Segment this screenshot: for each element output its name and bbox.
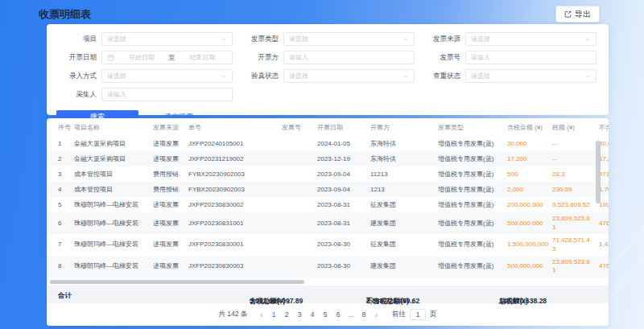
filter-select[interactable]: 请选择: [101, 69, 233, 83]
placeholder-text: 请选择: [471, 72, 582, 80]
table-cell: 28.3: [549, 167, 596, 182]
page-button-5[interactable]: 5: [320, 309, 332, 320]
placeholder-text: 请选择: [107, 35, 218, 43]
filter-label: 查重状态: [415, 72, 460, 81]
next-page-button[interactable]: ›: [371, 310, 382, 319]
page-button-6[interactable]: 6: [332, 309, 345, 320]
date-separator: 至: [169, 53, 175, 62]
table-cell: [279, 197, 314, 212]
table-cell: 4: [47, 182, 71, 197]
table-cell: JXFP20230830002: [185, 197, 279, 212]
vertical-scrollbar[interactable]: [596, 141, 601, 204]
table-cell: 2023-09-04: [314, 182, 367, 197]
filter-field-项目: 项目请选择: [52, 32, 233, 46]
table-cell: 建发集团: [367, 212, 435, 234]
table-row: 4成本管控项目费用报销FYBX202309020032023-09-041213…: [47, 182, 609, 197]
filter-select[interactable]: 请选择: [283, 32, 415, 46]
page-button-4[interactable]: 4: [307, 309, 319, 320]
table-row: 7珠穆朗玛峰—电梯安装进项发票JXFP202308300012023-08-30…: [47, 234, 609, 256]
filter-label: 开票日期: [52, 53, 97, 63]
filter-input[interactable]: 请输入: [465, 51, 597, 64]
column-header: 开票方: [367, 118, 435, 136]
table-cell: 2023-08-31: [314, 197, 367, 212]
table-cell: JXFP20230830001: [185, 234, 279, 256]
placeholder-text: 请输入: [471, 53, 591, 62]
table-cell: 6: [47, 212, 71, 234]
filter-daterange[interactable]: 开始日期至结束日期: [101, 51, 233, 64]
table-cell: [279, 151, 314, 167]
table-row: 8珠穆朗玛峰—电梯安装进项发票JXFP202308300032023-08-30…: [47, 256, 609, 278]
table-cell: 11213: [367, 167, 435, 182]
placeholder-text: 请输入: [107, 90, 227, 99]
table-cell: [279, 234, 314, 256]
export-button[interactable]: 导出: [555, 6, 600, 23]
export-icon: [564, 10, 572, 18]
table-cell: [279, 182, 314, 197]
table-cell: 230.09: [549, 182, 596, 197]
invoice-table-panel: 序号项目名称发票来源单号发票号开票日期开票方发票类型含税金额 (¥)税额 (¥)…: [47, 118, 609, 326]
filter-panel: 项目请选择发票类型请选择发票来源请选择开票日期开始日期至结束日期开票方请输入发票…: [47, 24, 609, 115]
filter-field-录入方式: 录入方式请选择: [52, 69, 233, 83]
filter-field-发票类型: 发票类型请选择: [233, 32, 415, 46]
column-header: 发票来源: [150, 118, 185, 136]
calendar-icon: [107, 54, 114, 61]
filter-select[interactable]: 请选择: [465, 32, 597, 46]
column-header: 不含税金额 (¥): [596, 118, 609, 136]
table-cell: --: [549, 136, 596, 151]
filter-input[interactable]: 请输入: [101, 88, 233, 101]
filter-select[interactable]: 请选择: [101, 32, 233, 46]
column-header: 序号: [47, 118, 71, 136]
table-header-row: 序号项目名称发票来源单号发票号开票日期开票方发票类型含税金额 (¥)税额 (¥)…: [47, 118, 609, 136]
table-cell: 金融大厦采购项目: [71, 151, 150, 167]
page-button-1[interactable]: 1: [268, 309, 280, 320]
page-button-8[interactable]: 8: [358, 309, 370, 320]
table-cell: 500,000,000: [504, 212, 549, 234]
date-start-placeholder: 开始日期: [117, 53, 167, 62]
pagination-bar: 共 142 条 ‹ 123456...8 › 前往 页: [47, 303, 609, 326]
table-cell: 9,523,809.52: [549, 197, 596, 212]
table-cell: 1,428,571,428.57: [596, 234, 609, 256]
table-row: 6珠穆朗玛峰—电梯安装进项发票JXFP202308310012023-08-31…: [47, 212, 609, 234]
filter-input[interactable]: 请输入: [283, 51, 415, 64]
table-cell: [279, 136, 314, 151]
column-header: 项目名称: [71, 118, 150, 136]
table-cell: 500,000,000: [504, 256, 549, 278]
table-cell: 7: [47, 234, 71, 256]
prev-page-button[interactable]: ‹: [256, 310, 266, 319]
summary-incl-value: 3,032,699,097.89: [250, 297, 303, 305]
table-cell: 2023-12-19: [314, 151, 367, 167]
filter-field-开票日期: 开票日期开始日期至结束日期: [52, 51, 233, 64]
pagination-total: 共 142 条: [218, 310, 247, 319]
goto-page-input[interactable]: [410, 309, 426, 320]
table-cell: 进项发票: [150, 197, 185, 212]
table-cell: JXFP20230831001: [185, 212, 279, 234]
table-cell: 30,000: [504, 136, 549, 151]
page-ellipsis[interactable]: ...: [345, 309, 357, 320]
filter-select[interactable]: 请选择: [465, 69, 597, 83]
placeholder-text: 请选择: [289, 72, 400, 80]
table-cell: FYBX20230902003: [185, 182, 279, 197]
table-cell: --: [549, 151, 596, 167]
table-cell: 2024-01-05: [314, 136, 367, 151]
horizontal-scrollbar[interactable]: [50, 280, 304, 284]
filter-field-查重状态: 查重状态请选择: [415, 69, 597, 83]
table-cell: 8: [47, 256, 71, 278]
filter-select[interactable]: 请选择: [283, 69, 415, 83]
table-cell: 征发集团: [367, 234, 435, 256]
goto-label: 前往: [392, 310, 406, 319]
table-cell: 进项发票: [150, 212, 185, 234]
filter-label: 发票类型: [233, 35, 279, 44]
table-cell: 1,500,000,000: [504, 234, 549, 256]
placeholder-text: 请输入: [289, 53, 409, 62]
table-cell: 3: [47, 167, 71, 182]
table-cell: 2023-08-30: [314, 234, 367, 256]
page-button-3[interactable]: 3: [294, 309, 306, 320]
table-cell: [279, 256, 314, 278]
filter-label: 采集人: [52, 90, 97, 100]
table-cell: 费用报销: [150, 182, 185, 197]
filter-grid: 项目请选择发票类型请选择发票来源请选择开票日期开始日期至结束日期开票方请输入发票…: [52, 30, 597, 104]
summary-label: 合计: [58, 291, 72, 301]
table-cell: 1213: [367, 182, 435, 197]
table-cell: 476,190,476.19: [596, 212, 609, 234]
page-button-2[interactable]: 2: [281, 309, 293, 320]
